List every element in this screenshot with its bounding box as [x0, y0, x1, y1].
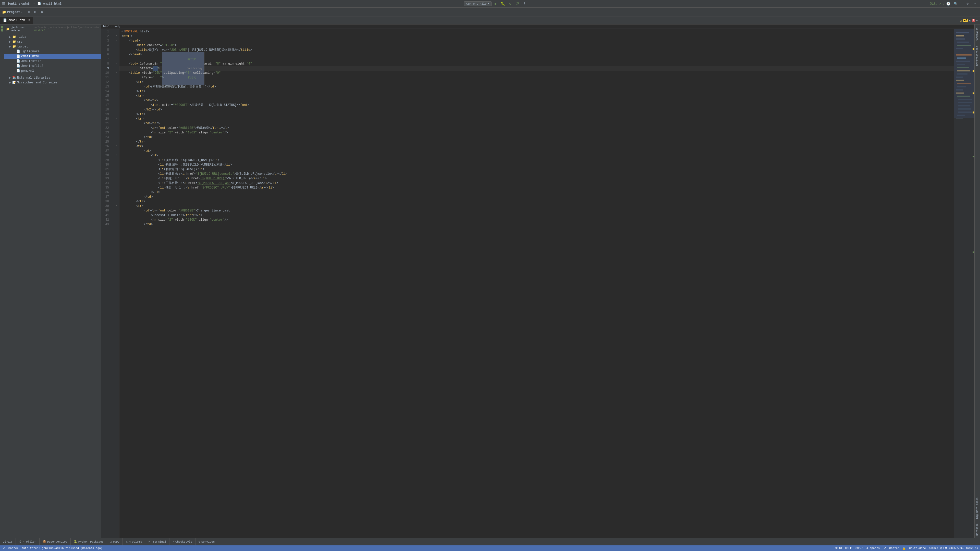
tab-python-packages[interactable]: 🐍 Python Packages	[71, 538, 107, 545]
git-tab-icon: ⎇	[3, 540, 6, 543]
blame-info: Blame: 骑士梦 2023/7/26, 16:56:16	[929, 546, 978, 550]
expand-all-button[interactable]: ⊞	[26, 10, 32, 15]
code-line-32: <li>构建日志：<a href="${BUILD_URL}console">$…	[119, 171, 954, 176]
fold-17	[113, 102, 119, 107]
code-line-4: <meta charset="UTF-8">	[119, 43, 954, 48]
git-history-icon[interactable]: 🕐	[946, 2, 950, 6]
cursor-position[interactable]: 9:18	[835, 547, 842, 550]
coverage-button[interactable]: ⊙	[508, 1, 513, 6]
settings-button[interactable]: ⚙	[965, 1, 970, 6]
right-tool-database[interactable]: Database	[975, 521, 979, 538]
sidebar-header: 📁 jenkins-admin – ~/IdeaProjects/learn/j…	[4, 24, 101, 34]
code-line-29: <li>项目名称 ：${PROJECT_NAME}</li>	[119, 158, 954, 162]
tab-file-icon: 📄	[3, 18, 7, 22]
tab-dependencies[interactable]: 📦 Dependencies	[40, 538, 71, 545]
code-line-34: <li>工作目录 ：<a href="${PROJECT_URL}ws">${P…	[119, 181, 954, 186]
status-bar: ⎇ master Auto fetch: jenkins-admin finis…	[0, 545, 980, 551]
ln-36: 36	[101, 190, 111, 195]
problems-tab-label: Problems	[129, 540, 142, 543]
tab-email-html[interactable]: 📄 email.html ×	[0, 17, 33, 24]
fold-21	[113, 121, 119, 125]
line-ending[interactable]: CRLF	[845, 547, 852, 550]
code-content[interactable]: <!DOCTYPE html> <html> <head> <meta char…	[119, 29, 954, 538]
fold-28[interactable]: ▾	[113, 153, 119, 157]
fold-14	[113, 89, 119, 93]
tab-profiler[interactable]: ⏱ Profiler	[16, 538, 40, 545]
vcs-more-icon[interactable]: ⋮	[959, 2, 963, 6]
folder-arrow-idea: ▶	[8, 35, 12, 38]
file-encoding[interactable]: UTF-8	[855, 547, 863, 550]
ln-35: 35	[101, 186, 111, 190]
right-tool-bookmarks[interactable]: Bookmarks	[975, 25, 979, 43]
chevron-expand-icon[interactable]: ▾	[976, 19, 978, 23]
vcs-master-label: master	[889, 547, 899, 550]
app-menu-icon[interactable]: ☰	[2, 2, 5, 6]
ln-8: 8	[101, 62, 111, 66]
toolbar-minimize-button[interactable]: −	[46, 10, 51, 15]
ln-31: 31	[101, 167, 111, 171]
services-tab-icon: ⚙	[199, 540, 200, 543]
tab-label: email.html	[8, 19, 27, 22]
search-icon[interactable]: 🔍	[954, 2, 958, 6]
fold-10[interactable]: ▾	[113, 70, 119, 75]
right-tool-big-data[interactable]: Big Data Tools	[975, 495, 979, 521]
fold-2[interactable]: ▾	[113, 33, 119, 38]
tree-item-src[interactable]: ▶ 📁 src	[4, 39, 101, 44]
tree-item-external-libs[interactable]: ▶ 📚 External Libraries	[4, 75, 101, 80]
tab-close-icon[interactable]: ×	[28, 19, 30, 22]
fold-42	[113, 217, 119, 222]
fold-4	[113, 43, 119, 47]
ln-38: 38	[101, 199, 111, 204]
profile-button[interactable]: ⏱	[514, 1, 520, 6]
tree-item-target[interactable]: ▶ 📁 target	[4, 44, 101, 49]
tree-item-gitignore[interactable]: 📄 .gitignore	[4, 49, 101, 54]
indent-settings[interactable]: 4 spaces	[866, 547, 880, 550]
fold-26[interactable]: ▾	[113, 144, 119, 148]
tab-git[interactable]: ⎇ Git	[0, 538, 16, 545]
folder-icon-target: 📁	[12, 44, 16, 48]
toolbar-settings-button[interactable]: ≡	[972, 1, 978, 6]
toolbar-gear-button[interactable]: ⚙	[39, 10, 45, 15]
code-line-36: </ul>	[119, 190, 954, 195]
tab-todo[interactable]: ☑ TODO	[107, 538, 123, 545]
fold-30	[113, 162, 119, 167]
auto-fetch-status: Auto fetch: jenkins-admin finished (mome…	[22, 547, 103, 550]
run-button[interactable]: ▶	[493, 1, 499, 6]
status-bar-left: ⎇ master Auto fetch: jenkins-admin finis…	[2, 547, 102, 550]
git-branch-name[interactable]: master	[8, 547, 19, 550]
code-line-37: </td>	[119, 195, 954, 199]
tree-item-jenkinsfile[interactable]: 📄 Jenkinsfile	[4, 59, 101, 64]
tree-item-scratches[interactable]: ▶ 📝 Scratches and Consoles	[4, 80, 101, 85]
debug-button[interactable]: 🐛	[500, 1, 506, 6]
status-bar-right: 9:18 CRLF UTF-8 4 spaces ⎇ master 🔒 up-t…	[835, 546, 978, 550]
tree-item-jenkinsfile2[interactable]: 📄 Jenkinsfile2	[4, 64, 101, 68]
ln-41: 41	[101, 213, 111, 218]
tree-item-email-html[interactable]: 📄 email.html	[4, 54, 101, 59]
code-line-39: <tr>	[119, 204, 954, 208]
minimap[interactable]	[954, 29, 974, 538]
code-line-42: <hr size="2" width="100%" align="center"…	[119, 218, 954, 222]
tab-checkstyle[interactable]: ✓ CheckStyle	[169, 538, 196, 545]
tree-item-pom[interactable]: 📄 pom.xml	[4, 68, 101, 73]
tab-services[interactable]: ⚙ Services	[196, 538, 218, 545]
run-config-selector[interactable]: Current File ▾	[464, 1, 492, 6]
code-line-18: </h2></td>	[119, 107, 954, 112]
tab-problems[interactable]: ⚠ Problems	[123, 538, 145, 545]
more-run-options[interactable]: ⋮	[522, 1, 527, 6]
title-bar-right: Git: ✓ ✓ 🕐 🔍 ⋮ ⚙ ≡	[930, 1, 978, 6]
ln-12: 12	[101, 80, 111, 84]
bottom-tabs: ⎇ Git ⏱ Profiler 📦 Dependencies 🐍 Python…	[0, 538, 218, 545]
main-toolbar: 📁 Project ▾ ⊞ ⊟ ⚙ −	[0, 8, 980, 17]
tab-terminal[interactable]: >_ Terminal	[145, 538, 169, 545]
fold-39[interactable]: ▾	[113, 203, 119, 208]
right-tool-notifications[interactable]: Notifications	[975, 44, 979, 68]
collapse-all-button[interactable]: ⊟	[32, 10, 38, 15]
line-numbers: 1 2 3 4 5 6 7 8 9 10 11 12 13 14 15 16 1	[101, 29, 113, 538]
fold-3[interactable]: ▾	[113, 38, 119, 43]
fold-20[interactable]: ▾	[113, 116, 119, 121]
terminal-tab-label: Terminal	[153, 540, 166, 543]
tree-item-idea[interactable]: ▶ 📁 .idea	[4, 35, 101, 39]
code-editor[interactable]: 1 2 3 4 5 6 7 8 9 10 11 12 13 14 15 16 1	[101, 29, 974, 538]
fold-29	[113, 157, 119, 162]
fold-8[interactable]: ▾	[113, 61, 119, 65]
